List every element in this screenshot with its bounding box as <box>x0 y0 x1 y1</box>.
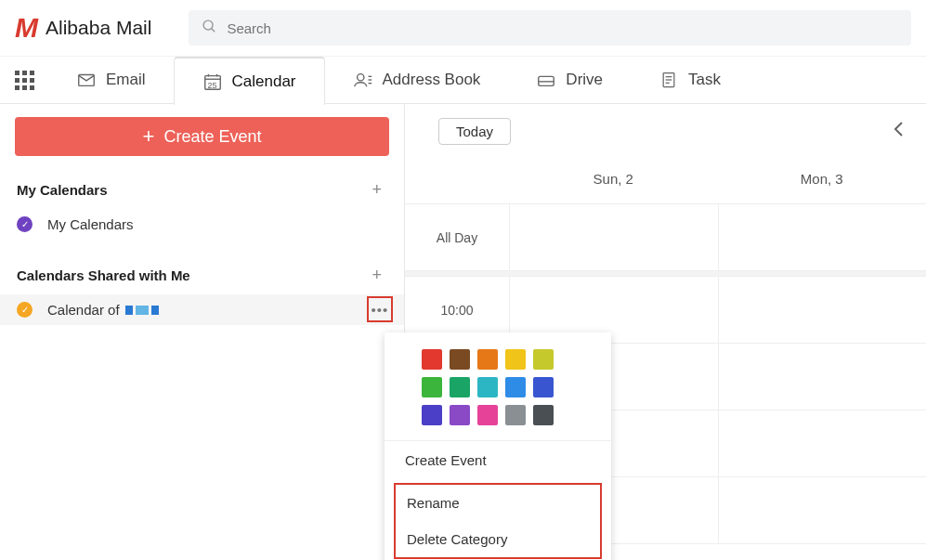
calendar-icon: 25 <box>202 72 223 92</box>
redacted-owner-name <box>125 306 159 315</box>
color-swatch[interactable] <box>450 349 470 370</box>
calendar-allday-row: All Day <box>405 204 926 271</box>
calendar-item-label: Calendar of <box>47 302 387 318</box>
color-swatch[interactable] <box>505 405 526 425</box>
calendar-icon-day: 25 <box>208 81 217 90</box>
day-header-mon: Mon, 3 <box>718 163 927 203</box>
tab-task[interactable]: Task <box>631 56 749 104</box>
task-icon <box>659 70 679 90</box>
search-icon <box>202 19 217 38</box>
create-event-button[interactable]: + Create Event <box>15 117 389 156</box>
svg-point-0 <box>204 20 214 30</box>
menu-item-delete-category[interactable]: Delete Category <box>396 521 600 557</box>
menu-item-create-event[interactable]: Create Event <box>385 441 611 479</box>
tab-email[interactable]: Email <box>48 56 174 104</box>
calendar-cell[interactable] <box>509 204 718 270</box>
calendar-cell[interactable] <box>718 410 927 476</box>
calendar-item-more-button[interactable]: ••• <box>367 296 393 322</box>
menu-item-rename[interactable]: Rename <box>396 485 600 521</box>
color-swatch[interactable] <box>505 377 526 397</box>
tab-label: Address Book <box>383 71 481 89</box>
calendar-item-context-menu: Create Event Rename Delete Category <box>385 332 611 560</box>
shared-item-prefix: Calendar of <box>47 302 124 318</box>
today-button[interactable]: Today <box>438 118 511 145</box>
color-swatch[interactable] <box>422 349 442 370</box>
section-title: Calendars Shared with Me <box>17 267 190 283</box>
calendar-cell[interactable] <box>718 277 927 343</box>
section-title: My Calendars <box>17 182 108 198</box>
calendar-color-check-icon: ✓ <box>17 216 33 232</box>
color-swatch[interactable] <box>505 349 526 370</box>
color-swatch[interactable] <box>422 377 442 397</box>
color-swatch[interactable] <box>477 377 498 397</box>
tab-label: Calendar <box>232 72 296 91</box>
create-event-label: Create Event <box>163 127 261 147</box>
logo-mark-icon: M <box>15 12 36 44</box>
calendar-cell[interactable] <box>718 204 927 270</box>
svg-point-7 <box>357 74 363 81</box>
color-swatch[interactable] <box>450 405 470 425</box>
calendar-cell[interactable] <box>718 344 927 410</box>
more-horizontal-icon: ••• <box>372 303 389 317</box>
shared-calendars-section-header: Calendars Shared with Me + <box>0 256 404 294</box>
contacts-icon <box>353 70 373 90</box>
color-swatch[interactable] <box>477 405 498 425</box>
time-label-allday: All Day <box>405 204 509 270</box>
tab-label: Drive <box>566 71 603 89</box>
plus-icon: + <box>143 126 155 147</box>
calendar-color-check-icon: ✓ <box>17 302 33 318</box>
calendar-sidebar: + Create Event My Calendars + ✓ My Calen… <box>0 104 405 560</box>
apps-grid-icon <box>15 71 34 90</box>
color-swatch[interactable] <box>533 405 554 425</box>
day-header-sun: Sun, 2 <box>509 163 718 203</box>
color-swatch[interactable] <box>450 377 470 397</box>
calendar-day-headers: Sun, 2 Mon, 3 <box>405 163 926 204</box>
tab-drive[interactable]: Drive <box>508 56 631 104</box>
tab-calendar[interactable]: 25 Calendar <box>174 57 325 105</box>
calendar-item-label: My Calendars <box>47 216 387 232</box>
chevron-left-icon <box>893 121 904 137</box>
my-calendars-section-header: My Calendars + <box>0 171 404 209</box>
apps-grid-button[interactable] <box>0 71 48 90</box>
envelope-icon <box>76 70 97 90</box>
calendar-item-shared[interactable]: ✓ Calendar of ••• <box>0 294 404 325</box>
app-name: Alibaba Mail <box>46 17 151 39</box>
color-swatch[interactable] <box>533 377 554 397</box>
calendar-color-picker <box>385 332 611 440</box>
prev-period-button[interactable] <box>885 115 911 147</box>
highlighted-menu-region: Rename Delete Category <box>394 483 602 559</box>
search-field[interactable] <box>189 10 911 46</box>
svg-line-1 <box>212 28 215 32</box>
main-nav: Email 25 Calendar Address Book Drive Tas… <box>0 56 926 104</box>
search-input[interactable] <box>227 20 898 36</box>
color-swatch[interactable] <box>422 405 442 425</box>
color-swatch[interactable] <box>533 349 554 370</box>
calendar-item-my-calendars[interactable]: ✓ My Calendars <box>0 209 404 240</box>
color-swatch[interactable] <box>477 349 498 370</box>
app-logo: M Alibaba Mail <box>15 12 151 44</box>
tab-address-book[interactable]: Address Book <box>325 56 509 104</box>
add-my-calendar-button[interactable]: + <box>366 180 387 200</box>
tab-label: Task <box>688 71 721 89</box>
tab-label: Email <box>106 71 146 89</box>
drive-icon <box>536 70 556 90</box>
add-shared-calendar-button[interactable]: + <box>366 266 387 285</box>
calendar-cell[interactable] <box>718 477 927 543</box>
